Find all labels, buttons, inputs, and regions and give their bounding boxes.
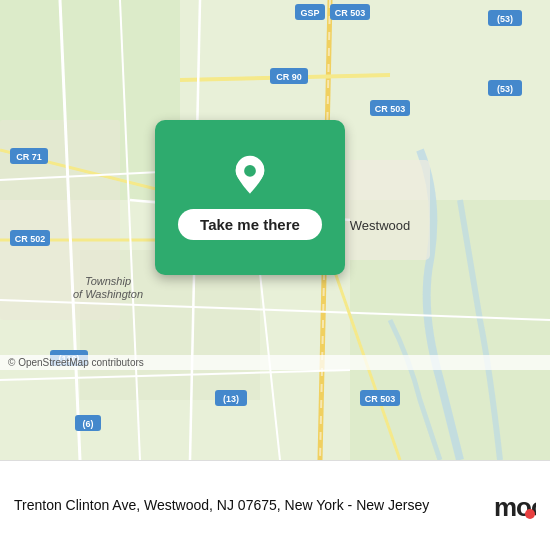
svg-text:(53): (53) bbox=[497, 84, 513, 94]
svg-text:CR 503: CR 503 bbox=[335, 8, 366, 18]
info-bar: Trenton Clinton Ave, Westwood, NJ 07675,… bbox=[0, 460, 550, 550]
svg-text:GSP: GSP bbox=[300, 8, 319, 18]
take-me-there-button[interactable]: Take me there bbox=[178, 209, 322, 240]
svg-point-50 bbox=[525, 509, 535, 519]
svg-text:CR 71: CR 71 bbox=[16, 152, 42, 162]
map-card: Take me there bbox=[155, 120, 345, 275]
copyright-text: © OpenStreetMap contributors bbox=[8, 357, 144, 368]
location-pin-icon bbox=[229, 155, 271, 197]
svg-text:CR 502: CR 502 bbox=[15, 234, 46, 244]
map-container: CR 503 GSP CR 90 CR 503 (53) (53) CR 71 … bbox=[0, 0, 550, 460]
svg-text:of Washington: of Washington bbox=[73, 288, 143, 300]
svg-text:Township: Township bbox=[85, 275, 131, 287]
svg-text:CR 503: CR 503 bbox=[365, 394, 396, 404]
svg-text:(13): (13) bbox=[223, 394, 239, 404]
address-line: Trenton Clinton Ave, Westwood, NJ 07675,… bbox=[14, 496, 482, 516]
address-block: Trenton Clinton Ave, Westwood, NJ 07675,… bbox=[14, 496, 482, 516]
moovit-icon: moovit bbox=[492, 490, 536, 522]
svg-text:Westwood: Westwood bbox=[350, 218, 410, 233]
svg-point-48 bbox=[244, 165, 256, 177]
copyright-bar: © OpenStreetMap contributors bbox=[0, 355, 550, 370]
svg-text:(6): (6) bbox=[83, 419, 94, 429]
svg-text:CR 90: CR 90 bbox=[276, 72, 302, 82]
svg-text:CR 503: CR 503 bbox=[375, 104, 406, 114]
moovit-logo: moovit bbox=[492, 490, 536, 522]
svg-text:(53): (53) bbox=[497, 14, 513, 24]
